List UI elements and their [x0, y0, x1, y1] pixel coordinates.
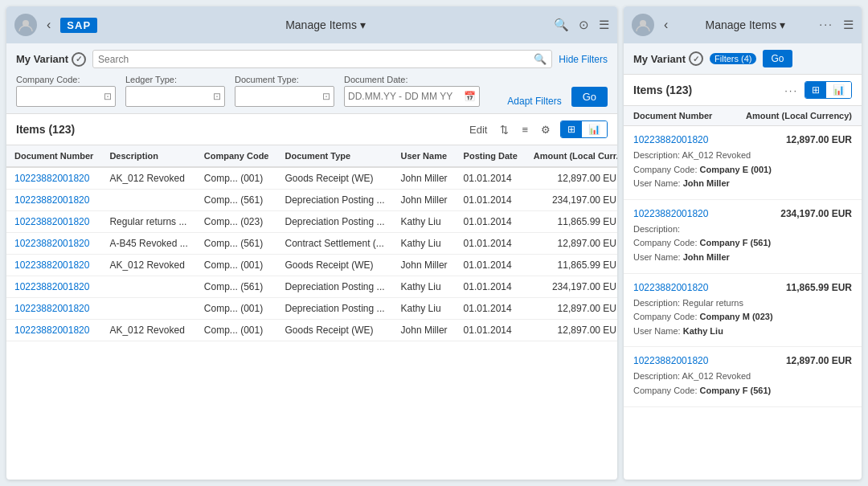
menu-icon[interactable]: ☰ — [599, 18, 609, 32]
doc-link[interactable]: 10223882001820 — [14, 238, 89, 249]
filters-count-badge[interactable]: Filters (4) — [710, 53, 756, 64]
right-page-title: Manage Items ▾ — [678, 18, 813, 31]
doc-link[interactable]: 10223882001820 — [14, 325, 89, 336]
card-company-label: Company Code: — [633, 165, 698, 174]
amount-cell: 12,897.00 EUR — [526, 233, 617, 255]
company-code-cell: Comp... (561) — [196, 276, 277, 298]
group-button[interactable]: ≡ — [518, 122, 531, 137]
card-user-value: John Miller — [683, 178, 730, 188]
description-cell: AK_012 Revoked — [101, 320, 195, 341]
doc-num-cell: 10223882001820 — [6, 233, 101, 255]
card-amount: 12,897.00 EUR — [786, 134, 852, 145]
ledger-copy-icon[interactable]: ⊡ — [213, 91, 221, 102]
card-desc-label: Description: — [633, 371, 680, 381]
doc-link[interactable]: 10223882001820 — [14, 281, 89, 292]
right-variant-selector[interactable]: My Variant ✓ — [633, 51, 703, 66]
posting-date-cell: 01.01.2014 — [456, 211, 526, 233]
refresh-icon[interactable]: ⊙ — [579, 18, 589, 32]
card-doc-link[interactable]: 10223882001820 — [633, 355, 708, 366]
variant-selector[interactable]: My Variant ✓ — [16, 52, 86, 67]
items-table: Document Number Description Company Code… — [6, 145, 617, 341]
doc-link[interactable]: 10223882001820 — [14, 194, 89, 206]
doctype-copy-icon[interactable]: ⊡ — [322, 91, 330, 102]
search-icon[interactable]: 🔍 — [554, 18, 569, 32]
document-date-label: Document Date: — [344, 75, 480, 84]
company-code-field: Company Code: ⊡ — [16, 75, 116, 107]
right-title-dropdown-icon[interactable]: ▾ — [780, 18, 785, 31]
user-cell: John Miller — [393, 320, 456, 341]
document-date-value[interactable] — [348, 91, 461, 102]
doc-link[interactable]: 10223882001820 — [14, 216, 89, 227]
description-cell: Regular returns ... — [101, 211, 195, 233]
go-button[interactable]: Go — [571, 87, 608, 107]
right-menu-icon[interactable]: ☰ — [843, 18, 854, 32]
sort-button[interactable]: ⇅ — [497, 122, 512, 137]
ledger-type-input[interactable]: ⊡ — [125, 86, 225, 107]
card-doc-link[interactable]: 10223882001820 — [633, 134, 708, 145]
title-dropdown-icon[interactable]: ▾ — [360, 18, 366, 31]
document-type-label: Document Type: — [235, 75, 334, 84]
view-toggle: ⊞ 📊 — [560, 120, 608, 138]
table-body: 10223882001820 AK_012 Revoked Comp... (0… — [6, 167, 617, 341]
user-cell: Kathy Liu — [393, 298, 456, 320]
search-box[interactable]: 🔍 — [92, 50, 552, 68]
card-doc-link[interactable]: 10223882001820 — [633, 282, 708, 293]
table-view-button[interactable]: ⊞ — [561, 121, 582, 137]
document-type-value[interactable] — [239, 91, 319, 102]
company-code-value[interactable] — [20, 91, 100, 102]
doc-link[interactable]: 10223882001820 — [14, 259, 89, 271]
card-desc-label: Description: — [633, 298, 680, 308]
search-input[interactable] — [98, 54, 530, 65]
right-back-button[interactable]: ‹ — [661, 16, 671, 34]
right-items-count-title: Items (123) — [633, 84, 778, 96]
right-view-toggle: ⊞ 📊 — [805, 81, 852, 99]
left-topbar: ‹ SAP Manage Items ▾ 🔍 ⊙ ☰ — [6, 6, 617, 43]
list-item[interactable]: 10223882001820 11,865.99 EUR Description… — [624, 274, 862, 348]
document-date-field: Document Date: 📅 — [344, 75, 480, 107]
table-row: 10223882001820 Regular returns ... Comp.… — [6, 211, 617, 233]
list-item[interactable]: 10223882001820 12,897.00 EUR Description… — [624, 347, 862, 406]
right-chart-view-button[interactable]: 📊 — [826, 82, 851, 98]
edit-button[interactable]: Edit — [466, 122, 490, 137]
user-cell: John Miller — [393, 167, 456, 190]
settings-button[interactable]: ⚙ — [538, 122, 554, 137]
right-table-view-button[interactable]: ⊞ — [805, 82, 826, 98]
posting-date-cell: 01.01.2014 — [456, 320, 526, 341]
doc-num-cell: 10223882001820 — [6, 190, 101, 211]
calendar-icon[interactable]: 📅 — [464, 91, 476, 102]
table-row: 10223882001820 Comp... (561) Depreciatio… — [6, 190, 617, 211]
doc-type-cell: Goods Receipt (WE) — [276, 167, 392, 190]
adapt-filters-button[interactable]: Adapt Filters — [507, 96, 561, 107]
ledger-type-value[interactable] — [129, 91, 210, 102]
hide-filters-button[interactable]: Hide Filters — [559, 54, 608, 65]
list-item[interactable]: 10223882001820 234,197.00 EUR Descriptio… — [624, 200, 862, 274]
card-user-value: John Miller — [683, 252, 730, 262]
filter-bar: My Variant ✓ 🔍 Hide Filters Company Code… — [6, 43, 617, 114]
company-code-cell: Comp... (023) — [196, 211, 277, 233]
card-user-label: User Name: — [633, 326, 681, 336]
card-detail: Description: AK_012 Revoked Company Code… — [633, 370, 852, 398]
card-company-value: Company M (023) — [700, 312, 773, 321]
card-doc-link[interactable]: 10223882001820 — [633, 208, 708, 219]
sap-logo: SAP — [60, 18, 97, 33]
doc-num-cell: 10223882001820 — [6, 276, 101, 298]
company-code-input[interactable]: ⊡ — [16, 86, 116, 107]
doc-link[interactable]: 10223882001820 — [14, 303, 89, 314]
description-cell — [101, 190, 195, 211]
back-button[interactable]: ‹ — [43, 16, 54, 34]
doc-num-cell: 10223882001820 — [6, 298, 101, 320]
right-go-button[interactable]: Go — [763, 50, 792, 67]
posting-date-cell: 01.01.2014 — [456, 276, 526, 298]
right-items-more-icon[interactable]: ··· — [784, 84, 798, 96]
doc-link[interactable]: 10223882001820 — [14, 173, 89, 184]
card-amount: 11,865.99 EUR — [786, 282, 852, 293]
document-date-input[interactable]: 📅 — [344, 86, 480, 107]
filter-top-row: My Variant ✓ 🔍 Hide Filters — [16, 50, 608, 68]
filter-fields: Company Code: ⊡ Ledger Type: ⊡ Document … — [16, 75, 608, 107]
copy-icon[interactable]: ⊡ — [104, 91, 112, 102]
chart-view-button[interactable]: 📊 — [582, 121, 607, 137]
list-item[interactable]: 10223882001820 12,897.00 EUR Description… — [624, 126, 862, 200]
more-options-icon[interactable]: ··· — [819, 18, 833, 32]
ledger-type-field: Ledger Type: ⊡ — [125, 75, 225, 107]
document-type-input[interactable]: ⊡ — [235, 86, 334, 107]
